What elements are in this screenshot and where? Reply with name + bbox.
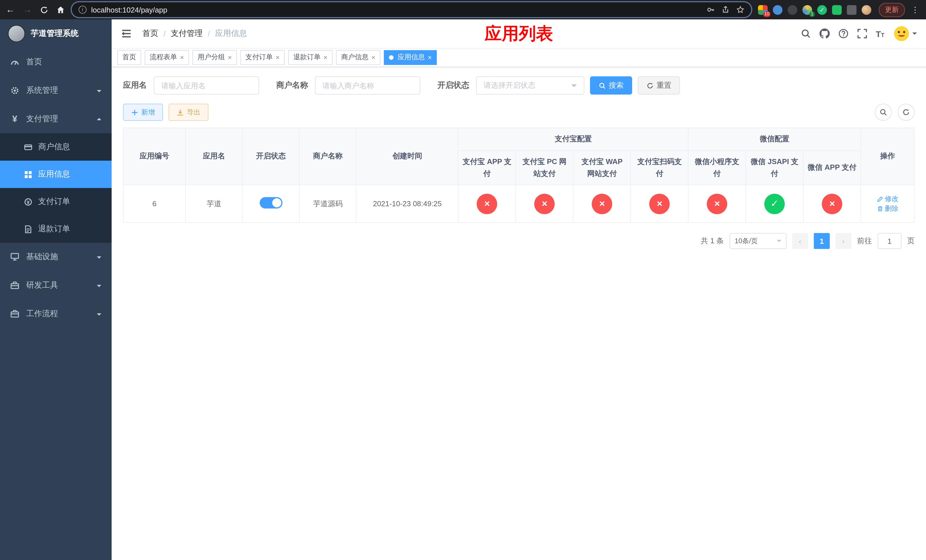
share-icon[interactable] — [722, 6, 729, 14]
prev-page-button[interactable]: ‹ — [792, 233, 808, 249]
chevron-down-icon — [571, 84, 577, 90]
order-icon — [24, 197, 32, 206]
help-icon[interactable] — [838, 29, 848, 39]
dashboard-icon — [10, 58, 20, 67]
fullscreen-icon[interactable] — [857, 29, 867, 39]
sidebar-item-app-info[interactable]: 应用信息 — [0, 160, 112, 188]
tab-merchant-info[interactable]: 商户信息× — [336, 50, 380, 65]
page-number-1[interactable]: 1 — [814, 233, 830, 249]
status-select[interactable]: 请选择开启状态 — [476, 76, 584, 95]
browser-update-button[interactable]: 更新 — [879, 3, 905, 17]
app-logo-row[interactable]: 芋道管理系统 — [0, 20, 112, 48]
breadcrumb-payment[interactable]: 支付管理 — [171, 29, 203, 39]
wechat-jsapi-status-icon: ✓ — [764, 194, 785, 214]
next-page-button[interactable]: › — [835, 233, 851, 249]
github-icon[interactable] — [819, 29, 829, 39]
chevron-down-icon — [912, 32, 917, 37]
goto-page-input[interactable] — [878, 233, 902, 249]
extension-blue-icon[interactable] — [773, 5, 782, 15]
browser-menu-kebab-icon[interactable]: ⋮ — [910, 5, 920, 14]
tab-pay-orders[interactable]: 支付订单× — [240, 50, 285, 65]
col-app-id: 应用编号 — [123, 128, 186, 185]
breadcrumb-home[interactable]: 首页 — [142, 29, 158, 39]
data-table: 应用编号 应用名 开启状态 商户名称 创建时间 支付宝配置 微信配置 操作 支付… — [123, 128, 915, 223]
table-toolbar: 新增 导出 — [123, 104, 915, 121]
status-label: 开启状态 — [437, 80, 469, 91]
navbar-actions: TT — [800, 25, 917, 42]
search-button[interactable]: 搜索 — [590, 76, 632, 95]
tab-refund-orders[interactable]: 退款订单× — [288, 50, 333, 65]
sidebar-item-infra[interactable]: 基础设施 — [0, 243, 112, 271]
sidebar-item-workflow[interactable]: 工作流程 — [0, 300, 112, 328]
app-name-input[interactable] — [154, 76, 259, 95]
sidebar-item-home[interactable]: 首页 — [0, 48, 112, 76]
tab-home[interactable]: 首页 — [117, 50, 141, 65]
sidebar-item-payment[interactable]: ¥ 支付管理 — [0, 105, 112, 133]
close-icon[interactable]: × — [275, 53, 280, 61]
tab-user-group[interactable]: 用户分组× — [192, 50, 237, 65]
sidebar-item-label: 首页 — [26, 57, 42, 67]
col-app-name: 应用名 — [186, 128, 243, 185]
status-toggle[interactable] — [259, 197, 282, 209]
alipay-app-status-icon: × — [477, 194, 497, 214]
font-size-icon[interactable]: TT — [876, 29, 884, 38]
password-key-icon[interactable] — [707, 6, 715, 14]
back-icon[interactable]: ← — [6, 5, 15, 15]
toggle-search-button[interactable] — [875, 104, 892, 121]
alipay-pc-status-icon: × — [534, 194, 555, 214]
forward-icon[interactable]: → — [23, 5, 32, 15]
merchant-name-input[interactable] — [315, 76, 420, 95]
sidebar-item-refund-orders[interactable]: 退款订单 — [0, 215, 112, 243]
trash-icon — [877, 206, 883, 212]
col-merchant: 商户名称 — [299, 128, 356, 185]
site-info-icon[interactable]: i — [79, 6, 86, 14]
close-icon[interactable]: × — [180, 53, 184, 61]
sidebar-item-label: 研发工具 — [26, 280, 58, 291]
reset-button[interactable]: 重置 — [638, 76, 680, 95]
sidebar-item-pay-orders[interactable]: 支付订单 — [0, 188, 112, 215]
col-wechat-app: 微信 APP 支付 — [803, 151, 861, 185]
refresh-table-button[interactable] — [897, 104, 915, 121]
user-avatar-menu[interactable] — [893, 25, 917, 42]
extension-dark-icon[interactable] — [788, 5, 797, 15]
close-icon[interactable]: × — [371, 53, 375, 61]
col-status: 开启状态 — [243, 128, 300, 185]
breadcrumb: 首页 / 支付管理 / 应用信息 — [142, 29, 247, 39]
delete-link[interactable]: 删除 — [877, 204, 899, 213]
extension-chat-icon[interactable] — [832, 5, 842, 15]
refresh-icon[interactable] — [40, 5, 48, 14]
tab-app-info[interactable]: 应用信息× — [384, 50, 437, 65]
search-icon[interactable] — [800, 29, 811, 39]
edit-link[interactable]: 修改 — [877, 194, 899, 204]
address-bar[interactable]: i localhost:1024/pay/app — [72, 2, 751, 17]
tab-process-form[interactable]: 流程表单× — [145, 50, 189, 65]
extension-badge: 1 — [809, 11, 815, 17]
app-logo — [8, 25, 25, 42]
extension-grid-icon[interactable]: 10 — [758, 5, 768, 15]
sidebar-item-merchant-info[interactable]: 商户信息 — [0, 133, 112, 160]
bookmark-star-icon[interactable] — [736, 6, 744, 14]
avatar — [893, 25, 910, 42]
total-count: 共 1 条 — [701, 236, 724, 247]
close-icon[interactable]: × — [428, 53, 432, 61]
cell-merchant: 芋道源码 — [299, 185, 356, 223]
sidebar-item-system[interactable]: 系统管理 — [0, 76, 112, 105]
page-size-select[interactable]: 10条/页 — [729, 233, 787, 249]
close-icon[interactable]: × — [228, 53, 232, 61]
col-wechat-mini: 微信小程序支付 — [688, 151, 746, 185]
extension-check-icon[interactable]: ✓ — [817, 5, 827, 15]
extensions-puzzle-icon[interactable] — [847, 5, 856, 15]
sidebar-item-label: 系统管理 — [26, 85, 58, 96]
pagination: 共 1 条 10条/页 ‹ 1 › 前往 页 — [123, 233, 915, 249]
sidebar-toggle-icon[interactable] — [121, 28, 132, 39]
export-button[interactable]: 导出 — [169, 104, 209, 121]
sidebar-item-devtools[interactable]: 研发工具 — [0, 271, 112, 300]
col-actions: 操作 — [861, 128, 914, 185]
home-icon[interactable] — [56, 5, 65, 14]
close-icon[interactable]: × — [324, 53, 327, 61]
extension-color-icon[interactable]: 1 — [802, 5, 812, 15]
profile-avatar-icon[interactable] — [862, 5, 872, 15]
payment-submenu: 商户信息 应用信息 支付订单 退款订单 — [0, 133, 112, 243]
refresh-icon — [646, 82, 654, 89]
add-button[interactable]: 新增 — [123, 104, 163, 121]
